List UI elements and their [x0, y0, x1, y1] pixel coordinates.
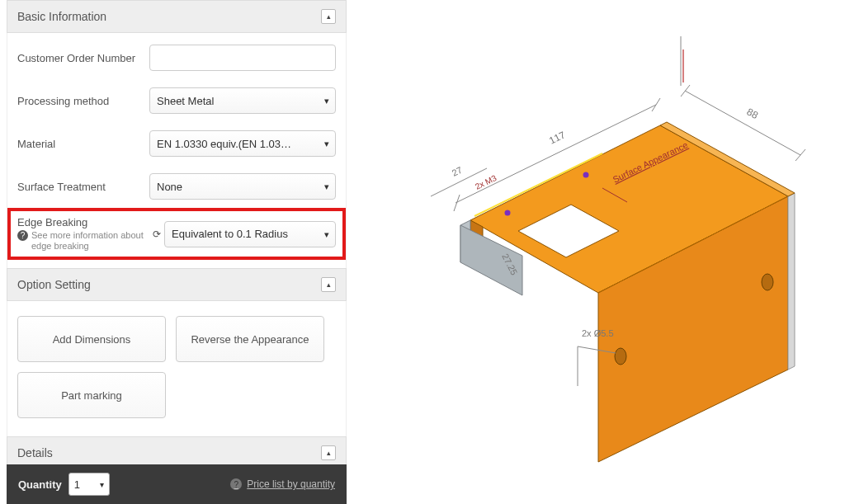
refresh-icon[interactable]: ⟳ [153, 228, 161, 240]
select-edge-breaking-value: Equivalent to 0.1 Radius [164, 221, 336, 247]
svg-line-5 [795, 149, 805, 161]
edge-breaking-help-text: See more information about edge breaking [31, 230, 148, 252]
help-icon: ? [230, 478, 242, 490]
part-marking-label: Part marking [61, 389, 122, 402]
svg-line-1 [454, 195, 460, 211]
part-marking-button[interactable]: Part marking [17, 372, 166, 418]
select-surface-treatment[interactable]: None [149, 173, 336, 200]
row-surface-treatment: Surface Treatment None [7, 165, 346, 208]
row-material: Material EN 1.0330 equiv.(EN 1.03… [7, 122, 346, 165]
option-setting-body: Add Dimensions Reverse the Appearance Pa… [7, 301, 347, 436]
left-panel: Basic Information ▴ Customer Order Numbe… [7, 0, 347, 504]
footer-quantity: Quantity 1 ▾ [18, 473, 110, 496]
label-material: Material [17, 138, 149, 150]
svg-line-4 [681, 85, 690, 97]
option-setting-title: Option Setting [17, 278, 91, 291]
collapse-icon[interactable]: ▴ [321, 9, 336, 24]
select-processing-method-value: Sheet Metal [149, 87, 336, 114]
svg-line-2 [652, 98, 660, 111]
label-edge-breaking: Edge Breaking ? See more information abo… [17, 216, 148, 252]
dim-88: 88 [745, 106, 761, 121]
label-customer-order: Customer Order Number [17, 52, 149, 64]
svg-point-22 [615, 348, 626, 365]
note-m3: 2x M3 [474, 173, 498, 191]
add-dimensions-button[interactable]: Add Dimensions [17, 316, 166, 362]
help-icon[interactable]: ? [17, 230, 28, 241]
quantity-value: 1 [74, 478, 80, 491]
dim-117: 117 [547, 129, 567, 147]
quantity-label: Quantity [18, 478, 62, 491]
chevron-down-icon: ▾ [100, 480, 104, 489]
3d-viewer[interactable]: 117 88 27 27.25 2x M3 Surface Appearance [355, 0, 845, 464]
row-customer-order: Customer Order Number [7, 36, 346, 79]
collapse-icon[interactable]: ▴ [321, 277, 336, 292]
label-surface-treatment: Surface Treatment [17, 181, 149, 193]
svg-point-19 [583, 172, 589, 178]
basic-info-body: Customer Order Number Processing method … [7, 33, 347, 268]
basic-info-header[interactable]: Basic Information ▴ [7, 0, 347, 33]
hole-note: 2x Ø5.5 [582, 328, 614, 338]
price-list-label: Price list by quantity [247, 478, 335, 490]
select-edge-breaking[interactable]: Equivalent to 0.1 Radius [164, 221, 336, 247]
select-surface-treatment-value: None [149, 173, 336, 200]
row-processing-method: Processing method Sheet Metal [7, 79, 346, 122]
collapse-icon[interactable]: ▴ [321, 445, 336, 460]
reverse-appearance-button[interactable]: Reverse the Appearance [176, 316, 324, 362]
select-material[interactable]: EN 1.0330 equiv.(EN 1.03… [149, 130, 336, 157]
select-processing-method[interactable]: Sheet Metal [149, 87, 336, 114]
basic-info-title: Basic Information [17, 10, 106, 23]
label-edge-breaking-text: Edge Breaking [17, 216, 87, 228]
input-customer-order[interactable] [149, 45, 336, 71]
svg-marker-25 [788, 193, 795, 370]
select-material-value: EN 1.0330 equiv.(EN 1.03… [149, 130, 336, 157]
option-setting-header[interactable]: Option Setting ▴ [7, 268, 347, 301]
label-processing-method: Processing method [17, 95, 149, 107]
quantity-select[interactable]: 1 ▾ [68, 473, 110, 496]
row-edge-breaking-highlight: Edge Breaking ? See more information abo… [7, 208, 346, 260]
add-dimensions-label: Add Dimensions [53, 333, 131, 346]
details-title: Details [17, 446, 53, 459]
dim-27: 27 [451, 165, 464, 178]
reverse-appearance-label: Reverse the Appearance [191, 333, 309, 346]
footer-bar: Quantity 1 ▾ ? Price list by quantity [7, 464, 347, 504]
svg-point-21 [762, 274, 773, 290]
price-list-link[interactable]: ? Price list by quantity [230, 478, 335, 490]
svg-point-18 [505, 210, 511, 216]
